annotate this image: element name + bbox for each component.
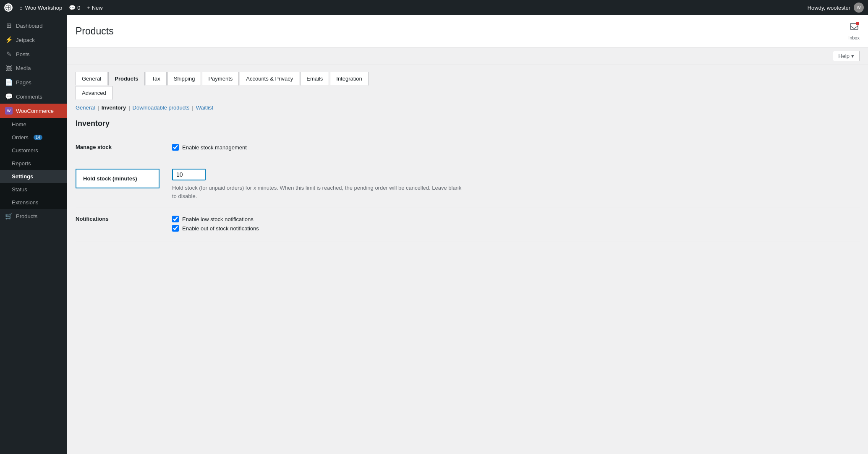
manage-stock-row: Manage stock Enable stock management (76, 136, 860, 161)
products-icon: 🛒 (5, 212, 13, 220)
woo-reports-label: Reports (12, 160, 31, 167)
site-name-bar[interactable]: ⌂ Woo Workshop (19, 5, 62, 11)
orders-badge: 14 (34, 135, 42, 140)
out-of-stock-checkbox[interactable] (172, 225, 179, 232)
woo-settings-label: Settings (12, 173, 33, 180)
tabs-row-2: Advanced (76, 86, 860, 99)
tab-emails[interactable]: Emails (300, 72, 329, 86)
hold-stock-row: Hold stock (minutes) Hold stock (for unp… (76, 161, 860, 208)
help-label: Help (838, 53, 850, 59)
help-chevron-icon: ▾ (851, 53, 854, 59)
sidebar-sub-status[interactable]: Status (0, 183, 67, 196)
avatar[interactable]: W (854, 3, 864, 13)
sidebar-item-media[interactable]: 🖼 Media (0, 61, 67, 75)
tab-payments[interactable]: Payments (202, 72, 239, 86)
tab-tax[interactable]: Tax (146, 72, 167, 86)
sidebar-sub-home[interactable]: Home (0, 118, 67, 131)
sub-nav-sep-1: | (97, 104, 99, 111)
help-bar: Help ▾ (67, 47, 868, 65)
sidebar-item-dashboard[interactable]: ⊞ Dashboard (0, 18, 67, 33)
help-button[interactable]: Help ▾ (833, 51, 860, 61)
tab-products-label: Products (115, 76, 138, 82)
tab-tax-label: Tax (152, 76, 160, 82)
sidebar-sub-orders[interactable]: Orders 14 (0, 131, 67, 144)
out-of-stock-checkbox-row: Enable out of stock notifications (172, 225, 855, 232)
out-of-stock-label: Enable out of stock notifications (182, 225, 259, 232)
tabs-row-1: General Products Tax Shipping Payments A… (76, 72, 860, 85)
sidebar-item-pages[interactable]: 📄 Pages (0, 75, 67, 89)
admin-bar-right: Howdy, wootester W (808, 3, 864, 13)
tab-shipping[interactable]: Shipping (167, 72, 201, 86)
media-icon: 🖼 (5, 65, 13, 72)
tab-integration[interactable]: Integration (330, 72, 368, 86)
subnav-general[interactable]: General (76, 104, 95, 111)
tab-advanced[interactable]: Advanced (76, 86, 112, 100)
low-stock-label: Enable low stock notifications (182, 216, 254, 222)
comment-icon: 💬 (69, 5, 76, 11)
tab-accounts-privacy[interactable]: Accounts & Privacy (240, 72, 299, 86)
woo-status-label: Status (12, 186, 27, 193)
sidebar-item-media-label: Media (16, 65, 31, 71)
inventory-section-title: Inventory (76, 119, 860, 128)
sidebar-sub-extensions[interactable]: Extensions (0, 196, 67, 209)
hold-stock-label-cell: Hold stock (minutes) (76, 161, 168, 208)
page-title: Products (76, 26, 114, 37)
new-bar-item[interactable]: + New (87, 5, 103, 11)
site-name-label: Woo Workshop (25, 5, 62, 11)
sidebar-item-products[interactable]: 🛒 Products (0, 209, 67, 223)
tab-products[interactable]: Products (108, 72, 144, 86)
sub-nav-sep-2: | (128, 104, 130, 111)
sub-nav-sep-3: | (192, 104, 193, 111)
woo-customers-label: Customers (12, 147, 38, 154)
tab-emails-label: Emails (306, 76, 323, 82)
tab-advanced-label: Advanced (82, 90, 106, 96)
sidebar-item-pages-label: Pages (16, 79, 31, 86)
wp-logo[interactable] (4, 3, 13, 12)
sidebar-sub-customers[interactable]: Customers (0, 144, 67, 157)
sidebar-sub-settings[interactable]: Settings (0, 170, 67, 183)
page-header: Products Inbox (67, 15, 868, 47)
hold-stock-input[interactable] (172, 169, 206, 180)
tab-accounts-privacy-label: Accounts & Privacy (246, 76, 293, 82)
notifications-row: Notifications Enable low stock notificat… (76, 208, 860, 242)
subnav-downloadable[interactable]: Downloadable products (133, 104, 190, 111)
inbox-notification-dot (856, 22, 859, 25)
comments-bar-item[interactable]: 💬 0 (69, 5, 80, 11)
sidebar-sub-reports[interactable]: Reports (0, 157, 67, 170)
home-icon: ⌂ (19, 5, 23, 11)
subnav-waitlist[interactable]: Waitlist (196, 104, 213, 111)
manage-stock-value: Enable stock management (168, 136, 860, 161)
settings-content: Inventory Manage stock Enable stock mana… (67, 116, 868, 250)
sidebar-item-comments[interactable]: 💬 Comments (0, 89, 67, 104)
tab-integration-label: Integration (336, 76, 362, 82)
woo-extensions-label: Extensions (12, 199, 39, 206)
content-area: Products Inbox Help ▾ (67, 15, 868, 454)
tab-general[interactable]: General (76, 72, 107, 86)
low-stock-checkbox-row: Enable low stock notifications (172, 216, 855, 222)
tab-general-label: General (82, 76, 101, 82)
hold-stock-value-cell: Hold stock (for unpaid orders) for x min… (168, 161, 860, 208)
jetpack-icon: ⚡ (5, 36, 13, 44)
sidebar-item-jetpack-label: Jetpack (16, 37, 35, 43)
new-label: + New (87, 5, 103, 11)
woo-icon: W (5, 107, 13, 115)
sidebar-item-jetpack[interactable]: ⚡ Jetpack (0, 33, 67, 47)
pages-icon: 📄 (5, 78, 13, 86)
woo-orders-label: Orders (12, 134, 29, 141)
sidebar-item-products-label: Products (16, 213, 37, 219)
woo-home-label: Home (12, 121, 26, 128)
sub-nav: General | Inventory | Downloadable produ… (67, 99, 868, 116)
sidebar-item-posts-label: Posts (16, 51, 30, 57)
sidebar-item-woocommerce[interactable]: W WooCommerce (0, 104, 67, 118)
hold-stock-help: Hold stock (for unpaid orders) for x min… (172, 184, 466, 200)
enable-stock-checkbox[interactable] (172, 144, 179, 151)
inbox-button[interactable]: Inbox (848, 22, 860, 40)
manage-stock-label: Manage stock (76, 136, 168, 161)
notifications-label: Notifications (76, 208, 168, 242)
admin-bar: ⌂ Woo Workshop 💬 0 + New Howdy, wooteste… (0, 0, 868, 15)
subnav-inventory[interactable]: Inventory (102, 104, 126, 111)
sidebar-item-posts[interactable]: ✎ Posts (0, 47, 67, 61)
greeting-label: Howdy, wootester (808, 5, 850, 11)
low-stock-checkbox[interactable] (172, 216, 179, 222)
enable-stock-checkbox-row: Enable stock management (172, 144, 855, 151)
